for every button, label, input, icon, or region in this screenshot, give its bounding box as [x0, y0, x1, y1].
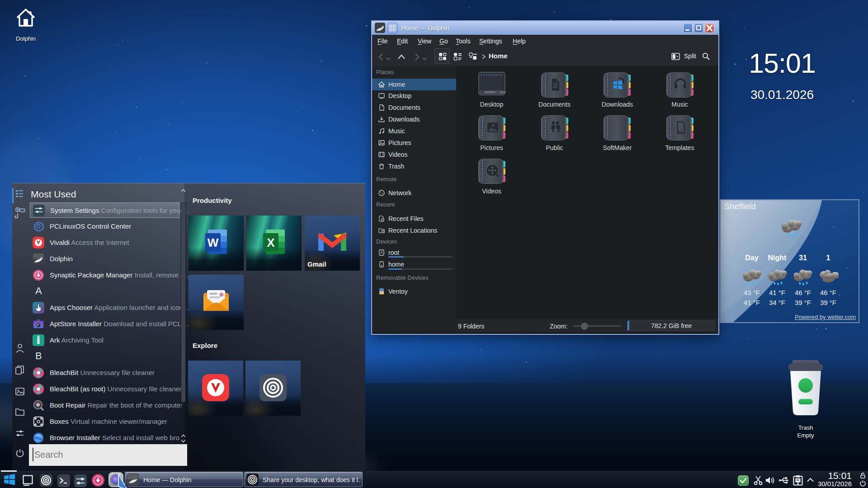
svg-text:X: X [267, 236, 275, 249]
svg-text:12:34: 12:34 [500, 91, 505, 94]
svg-text:W: W [208, 236, 219, 249]
